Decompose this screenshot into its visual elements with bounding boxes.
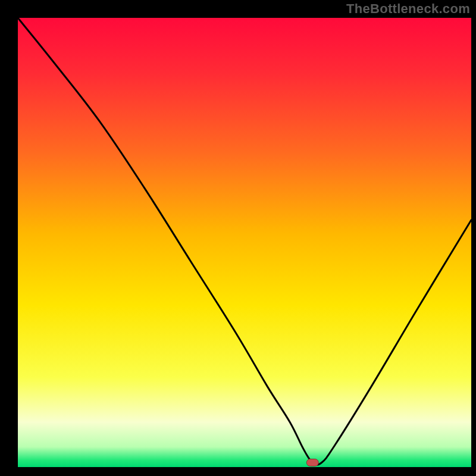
plot-background xyxy=(18,18,471,467)
bottleneck-chart xyxy=(0,0,476,476)
optimal-marker xyxy=(306,459,318,466)
chart-root: TheBottleneck.com xyxy=(0,0,476,476)
watermark-label: TheBottleneck.com xyxy=(346,1,470,17)
